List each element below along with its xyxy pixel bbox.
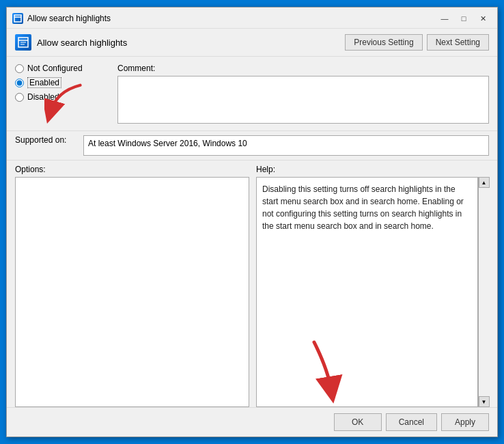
comment-textarea[interactable]	[117, 76, 489, 124]
minimize-button[interactable]: —	[436, 12, 453, 25]
middle-labels: Options: Help:	[7, 161, 497, 177]
previous-setting-button[interactable]: Previous Setting	[345, 34, 422, 51]
comment-label: Comment:	[117, 64, 489, 73]
scroll-down-arrow[interactable]: ▼	[479, 396, 490, 407]
header-row: Allow search highlights Previous Setting…	[7, 29, 497, 57]
apply-button[interactable]: Apply	[441, 413, 489, 431]
not-configured-radio[interactable]	[15, 64, 24, 73]
scroll-up-arrow[interactable]: ▲	[479, 177, 490, 188]
disabled-label: Disabled	[27, 92, 59, 102]
cancel-button[interactable]: Cancel	[386, 413, 437, 431]
supported-section: Supported on: At least Windows Server 20…	[7, 130, 497, 161]
options-panel	[15, 177, 249, 407]
comment-section: Comment:	[117, 64, 489, 124]
right-panel-container: Disabling this setting turns off search …	[256, 177, 489, 407]
ok-button[interactable]: OK	[334, 413, 382, 431]
header-title: Allow search highlights	[37, 38, 127, 48]
header-left: Allow search highlights	[15, 34, 127, 51]
svg-rect-0	[14, 15, 21, 22]
enabled-option[interactable]: Enabled	[15, 77, 111, 88]
nav-buttons: Previous Setting Next Setting	[345, 34, 489, 51]
panels-section: Disabling this setting turns off search …	[7, 177, 497, 407]
next-setting-button[interactable]: Next Setting	[427, 34, 489, 51]
not-configured-label: Not Configured	[27, 64, 83, 73]
header-icon	[15, 34, 31, 51]
title-controls: — □ ✕	[436, 12, 492, 25]
title-bar-left: Allow search highlights	[12, 13, 111, 24]
help-panel: Disabling this setting turns off search …	[256, 177, 478, 407]
dialog-icon	[12, 13, 23, 24]
top-section: Not Configured Enabled Disabled Comment:	[7, 57, 497, 130]
main-dialog: Allow search highlights — □ ✕ Allow sear…	[6, 7, 498, 437]
not-configured-option[interactable]: Not Configured	[15, 64, 111, 73]
content-area: Not Configured Enabled Disabled Comment:…	[7, 57, 497, 407]
options-label: Options:	[15, 165, 248, 174]
disabled-radio[interactable]	[15, 93, 24, 102]
bottom-bar: OK Cancel Apply	[7, 407, 497, 436]
help-scrollbar[interactable]: ▲ ▼	[478, 177, 489, 407]
close-button[interactable]: ✕	[474, 12, 492, 25]
disabled-option[interactable]: Disabled	[15, 92, 111, 102]
enabled-label: Enabled	[27, 77, 61, 88]
help-label: Help:	[256, 165, 489, 174]
dialog-title: Allow search highlights	[27, 14, 111, 23]
enabled-radio[interactable]	[15, 79, 24, 87]
supported-label: Supported on:	[15, 135, 83, 145]
maximize-button[interactable]: □	[455, 12, 473, 25]
supported-value: At least Windows Server 2016, Windows 10	[83, 135, 489, 156]
title-bar: Allow search highlights — □ ✕	[7, 8, 497, 29]
radio-group: Not Configured Enabled Disabled	[15, 64, 111, 124]
